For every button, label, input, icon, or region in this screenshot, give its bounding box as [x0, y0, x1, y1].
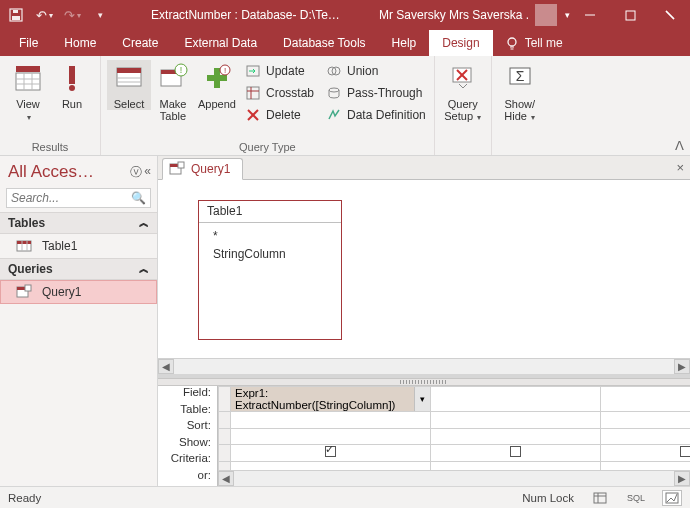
- scroll-left-icon[interactable]: ◀: [218, 471, 234, 486]
- nav-dropdown-icon[interactable]: ⓥ: [130, 164, 142, 181]
- view-button[interactable]: View▾: [6, 60, 50, 123]
- svg-text:!: !: [224, 66, 226, 75]
- nav-query1[interactable]: Query1: [0, 280, 157, 304]
- queries-label: Queries: [8, 262, 53, 276]
- tab-create[interactable]: Create: [109, 30, 171, 56]
- save-icon[interactable]: [4, 3, 28, 27]
- select-label: Select: [114, 98, 145, 110]
- grid-cell[interactable]: [231, 412, 431, 429]
- tab-file[interactable]: File: [6, 30, 51, 56]
- field-cell[interactable]: Expr1: ExtractNumber([StringColumn])▾: [231, 387, 431, 412]
- scrollbar-horizontal[interactable]: ◀ ▶: [158, 358, 690, 374]
- search-icon[interactable]: 🔍: [127, 191, 150, 205]
- datadefinition-button[interactable]: Data Definition: [324, 104, 428, 126]
- append-label: Append: [198, 98, 236, 110]
- show-hide-button[interactable]: Σ Show/ Hide ▾: [498, 60, 542, 123]
- search-input[interactable]: 🔍: [6, 188, 151, 208]
- grid-cell[interactable]: [601, 412, 691, 429]
- crosstab-icon: [245, 85, 261, 101]
- svg-line-6: [666, 11, 674, 19]
- dropdown-icon[interactable]: ▾: [414, 387, 430, 411]
- grid-cell[interactable]: [601, 387, 691, 412]
- query-design-surface[interactable]: Table1 * StringColumn ◀ ▶: [158, 180, 690, 378]
- show-checkbox[interactable]: [601, 445, 691, 462]
- svg-rect-19: [117, 68, 141, 73]
- redo-icon[interactable]: ↷▾: [60, 3, 84, 27]
- close-button[interactable]: [650, 0, 690, 30]
- avatar-icon: [535, 4, 557, 26]
- sql-view-icon[interactable]: SQL: [626, 490, 646, 506]
- scroll-right-icon[interactable]: ▶: [674, 359, 690, 374]
- collapse-ribbon-icon[interactable]: ᐱ: [675, 138, 684, 153]
- append-button[interactable]: ! Append: [195, 60, 239, 110]
- design-view-icon[interactable]: [662, 490, 682, 506]
- show-checkbox[interactable]: [231, 445, 431, 462]
- grid-cell[interactable]: [431, 428, 601, 445]
- tab-home[interactable]: Home: [51, 30, 109, 56]
- qat-customize-icon[interactable]: ▾: [88, 3, 112, 27]
- union-label: Union: [347, 64, 378, 78]
- table-box[interactable]: Table1 * StringColumn: [198, 200, 342, 340]
- svg-point-38: [329, 88, 339, 92]
- run-icon: [56, 62, 88, 94]
- make-table-button[interactable]: ! Make Table: [151, 60, 195, 122]
- tab-databasetools[interactable]: Database Tools: [270, 30, 379, 56]
- update-button[interactable]: Update: [243, 60, 316, 82]
- svg-point-7: [508, 38, 516, 46]
- maximize-button[interactable]: [610, 0, 650, 30]
- grid-cell[interactable]: [431, 387, 601, 412]
- field-stringcolumn[interactable]: StringColumn: [207, 245, 333, 263]
- tables-section[interactable]: Tables︽: [0, 212, 157, 234]
- grid-scrollbar[interactable]: ◀ ▶: [218, 470, 690, 486]
- svg-rect-45: [17, 241, 31, 244]
- undo-icon[interactable]: ↶▾: [32, 3, 56, 27]
- doc-tab-query1[interactable]: Query1: [162, 158, 243, 180]
- querysetup-label: Query Setup: [444, 98, 477, 122]
- scroll-right-icon[interactable]: ▶: [674, 471, 690, 486]
- status-ready: Ready: [8, 492, 41, 504]
- svg-rect-10: [16, 66, 40, 72]
- grid-cell[interactable]: [601, 428, 691, 445]
- union-button[interactable]: Union: [324, 60, 428, 82]
- splitter-handle[interactable]: [158, 378, 690, 386]
- view-label: View: [16, 98, 40, 110]
- crosstab-button[interactable]: Crosstab: [243, 82, 316, 104]
- row-show: Show:: [158, 436, 217, 453]
- passthrough-button[interactable]: Pass-Through: [324, 82, 428, 104]
- select-query-button[interactable]: Select: [107, 60, 151, 110]
- maketable-label: Make Table: [160, 98, 187, 122]
- table-box-title: Table1: [199, 201, 341, 223]
- tab-externaldata[interactable]: External Data: [171, 30, 270, 56]
- column-selector[interactable]: [219, 387, 231, 412]
- grid-cell[interactable]: [431, 412, 601, 429]
- tab-help[interactable]: Help: [379, 30, 430, 56]
- nav-title[interactable]: All Acces…: [8, 162, 130, 182]
- lightbulb-icon: [505, 36, 519, 50]
- field-star[interactable]: *: [207, 227, 333, 245]
- search-field[interactable]: [7, 191, 127, 205]
- query1-label: Query1: [42, 285, 81, 299]
- delete-button[interactable]: Delete: [243, 104, 316, 126]
- user-account[interactable]: Mr Saversky Mrs Saverska . ▾: [379, 4, 570, 26]
- grid-cell[interactable]: [231, 428, 431, 445]
- run-button[interactable]: Run: [50, 60, 94, 110]
- doc-close-button[interactable]: ×: [676, 160, 684, 175]
- chevron-up-icon: ︽: [139, 262, 149, 276]
- svg-rect-53: [178, 162, 184, 168]
- query-setup-button[interactable]: Query Setup ▾: [441, 60, 485, 123]
- show-checkbox[interactable]: [431, 445, 601, 462]
- svg-text:!: !: [180, 65, 183, 75]
- queries-section[interactable]: Queries︽: [0, 258, 157, 280]
- nav-table1[interactable]: Table1: [0, 234, 157, 258]
- tab-design[interactable]: Design: [429, 30, 492, 56]
- shutter-bar-icon[interactable]: «: [144, 164, 151, 181]
- datasheet-view-icon[interactable]: [590, 490, 610, 506]
- svg-rect-31: [247, 87, 259, 99]
- minimize-button[interactable]: [570, 0, 610, 30]
- tell-me[interactable]: Tell me: [493, 30, 575, 56]
- query-icon: [169, 161, 185, 177]
- svg-rect-16: [69, 66, 75, 84]
- scroll-left-icon[interactable]: ◀: [158, 359, 174, 374]
- svg-rect-4: [626, 11, 635, 20]
- query-icon: [16, 284, 32, 300]
